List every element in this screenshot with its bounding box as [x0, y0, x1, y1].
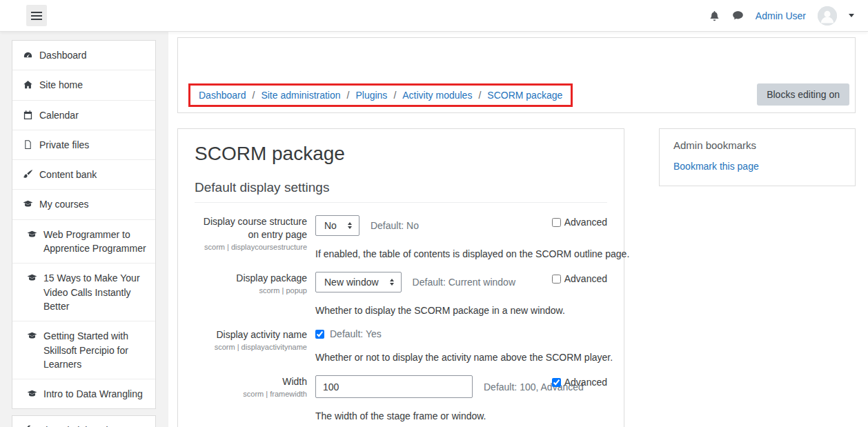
- setting-name: Display activity name: [195, 328, 307, 341]
- breadcrumb-link[interactable]: Activity modules: [402, 90, 472, 101]
- breadcrumb-separator: /: [478, 90, 481, 101]
- setting-select[interactable]: New window: [315, 272, 402, 292]
- sidebar-item[interactable]: Getting Started with Skillsoft Percipio …: [12, 321, 155, 379]
- sidebar-item-site-administration[interactable]: Site administration: [12, 416, 155, 427]
- setting-label: Display activity namescorm | displayacti…: [195, 328, 307, 363]
- blocks-editing-on-button[interactable]: Blocks editing on: [757, 83, 849, 106]
- bookmarks-title: Admin bookmarks: [673, 139, 841, 151]
- grad-cap-icon: [27, 272, 37, 283]
- calendar-icon: [23, 110, 33, 120]
- advanced-cell: Advanced: [552, 273, 607, 284]
- setting-description: Whether to display the SCORM package in …: [315, 305, 607, 316]
- control-line: Default: Yes: [315, 328, 607, 339]
- sidebar-item[interactable]: Site home: [12, 70, 155, 100]
- admin-bookmarks-block: Admin bookmarks Bookmark this page: [659, 128, 856, 186]
- breadcrumb-link[interactable]: Dashboard: [199, 90, 246, 101]
- grad-cap-icon: [23, 199, 33, 209]
- bell-icon[interactable]: [709, 10, 720, 21]
- sidebar-item-label: Dashboard: [39, 48, 87, 62]
- setting-row: Widthscorm | framewidthDefault: 100, Adv…: [195, 375, 607, 421]
- top-navbar: Admin User: [0, 0, 868, 32]
- setting-plugin-id: scorm | displaycoursestructure: [195, 243, 307, 251]
- advanced-label: Advanced: [564, 273, 607, 284]
- setting-description: The width of the stage frame or window.: [315, 410, 607, 421]
- setting-label: Display packagescorm | popup: [195, 272, 307, 316]
- default-value-text: Default: Yes: [330, 328, 382, 339]
- sidebar-item[interactable]: My courses: [12, 190, 155, 219]
- setting-row: Display activity namescorm | displayacti…: [195, 328, 607, 363]
- advanced-checkbox[interactable]: [552, 378, 561, 387]
- setting-body: Default: YesWhether or not to display th…: [307, 328, 607, 363]
- default-value-text: Default: No: [371, 220, 419, 231]
- setting-input[interactable]: [315, 375, 473, 398]
- sidebar-item-label: Content bank: [39, 168, 97, 181]
- sidebar-item-label: My courses: [39, 197, 89, 211]
- select-value: No: [324, 220, 337, 231]
- default-value-text: Default: Current window: [413, 277, 515, 288]
- user-menu-name[interactable]: Admin User: [756, 10, 806, 21]
- breadcrumb-separator: /: [253, 90, 255, 101]
- avatar[interactable]: [818, 6, 837, 26]
- sidebar-item[interactable]: Content bank: [12, 160, 155, 190]
- advanced-label: Advanced: [564, 377, 607, 388]
- setting-description: Whether or not to display the activity n…: [315, 352, 607, 363]
- setting-plugin-id: scorm | popup: [195, 286, 307, 295]
- setting-plugin-id: scorm | framewidth: [195, 390, 307, 398]
- sidebar-item-label: Site home: [39, 78, 83, 92]
- bookmark-this-page-link[interactable]: Bookmark this page: [673, 161, 759, 172]
- sidebar-item[interactable]: Web Programmer to Apprentice Programmer: [12, 220, 155, 264]
- sidebar-item-label: Web Programmer to Apprentice Programmer: [43, 228, 150, 256]
- grad-cap-icon: [27, 388, 37, 399]
- select-arrows-icon: [348, 222, 352, 229]
- settings-card: SCORM package Default display settings D…: [177, 128, 624, 427]
- sidebar-item-label: Private files: [39, 138, 89, 152]
- sidebar-nav-list: DashboardSite homeCalendarPrivate filesC…: [12, 40, 156, 409]
- select-arrows-icon: [390, 279, 394, 286]
- breadcrumb-card: Dashboard/Site administration/Plugins/Ac…: [177, 37, 856, 113]
- chat-icon[interactable]: [732, 10, 744, 21]
- sidebar-item-label: Intro to Data Wrangling: [43, 387, 143, 401]
- advanced-checkbox[interactable]: [552, 218, 561, 227]
- setting-checkbox[interactable]: [315, 330, 324, 339]
- triangle-up-icon: [390, 279, 394, 281]
- sidebar-item-label: Site administration: [39, 424, 119, 427]
- sidebar-item[interactable]: 15 Ways to Make Your Video Calls Instant…: [12, 264, 155, 321]
- advanced-cell: Advanced: [552, 377, 607, 388]
- advanced-checkbox[interactable]: [552, 275, 561, 284]
- setting-label: Widthscorm | framewidth: [195, 375, 307, 421]
- breadcrumb-separator: /: [393, 90, 396, 101]
- setting-label: Display course structure on entry pagesc…: [195, 215, 307, 259]
- breadcrumb-link[interactable]: SCORM package: [487, 90, 562, 101]
- breadcrumb-link[interactable]: Site administration: [261, 90, 340, 101]
- triangle-up-icon: [348, 222, 352, 225]
- setting-name: Display course structure on entry page: [195, 215, 307, 241]
- caret-down-icon[interactable]: [849, 14, 854, 17]
- annotation-red-box: Dashboard/Site administration/Plugins/Ac…: [188, 83, 573, 107]
- gauge-icon: [23, 50, 33, 60]
- setting-description: If enabled, the table of contents is dis…: [315, 248, 607, 259]
- setting-plugin-id: scorm | displayactivityname: [195, 343, 307, 351]
- setting-name: Display package: [195, 272, 307, 285]
- triangle-down-icon: [348, 226, 352, 229]
- sidebar-item[interactable]: Intro to Data Wrangling: [12, 379, 155, 408]
- section-title: Default display settings: [195, 180, 607, 203]
- sidebar-item[interactable]: Private files: [12, 130, 155, 160]
- nav-drawer: DashboardSite homeCalendarPrivate filesC…: [0, 32, 168, 427]
- sidebar-item-label: Calendar: [39, 108, 79, 122]
- advanced-label: Advanced: [564, 217, 607, 228]
- brush-icon: [23, 169, 33, 179]
- file-icon: [23, 139, 33, 150]
- setting-select[interactable]: No: [315, 215, 359, 236]
- sidebar-item[interactable]: Dashboard: [12, 41, 155, 70]
- grad-cap-icon: [27, 229, 37, 239]
- sidebar-item[interactable]: Calendar: [12, 101, 155, 130]
- advanced-cell: Advanced: [552, 217, 607, 228]
- breadcrumb-link[interactable]: Plugins: [355, 90, 387, 101]
- setting-row: Display packagescorm | popupNew windowDe…: [195, 272, 607, 316]
- sidebar-item-label: Getting Started with Skillsoft Percipio …: [43, 329, 150, 371]
- triangle-down-icon: [390, 283, 394, 286]
- menu-icon[interactable]: [26, 5, 47, 26]
- select-value: New window: [324, 277, 379, 288]
- sidebar-item-label: 15 Ways to Make Your Video Calls Instant…: [43, 271, 150, 313]
- grad-cap-icon: [27, 330, 37, 341]
